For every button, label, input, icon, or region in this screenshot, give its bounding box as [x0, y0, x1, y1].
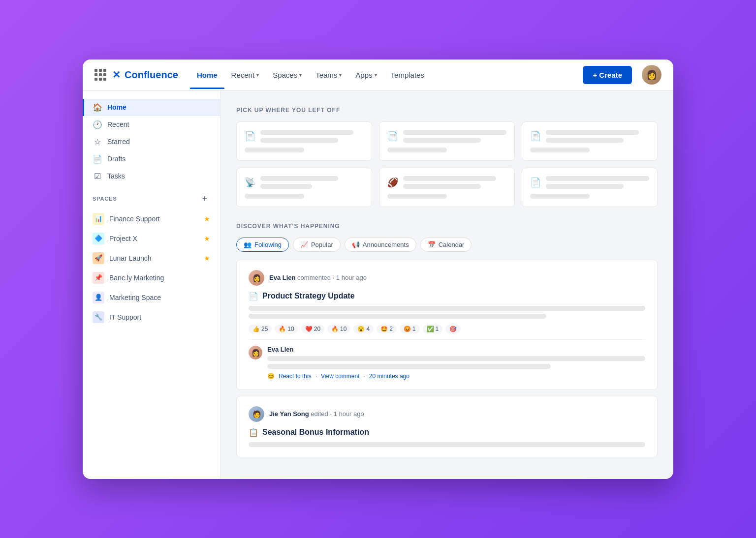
doc-icon: 📄 — [249, 292, 258, 301]
reaction-thumbsup[interactable]: 👍25 — [249, 325, 272, 333]
chart-icon: 📈 — [300, 241, 308, 248]
add-space-button[interactable]: + — [199, 193, 210, 205]
lunar-space-icon: 🚀 — [93, 252, 104, 264]
view-comment-link[interactable]: View comment — [321, 373, 359, 380]
sidebar-item-bancly[interactable]: 📌 Banc.ly Marketing — [83, 268, 220, 288]
calendar-icon: 📅 — [428, 241, 436, 248]
main-nav: Home Recent ▾ Spaces ▾ Teams ▾ Apps ▾ Te… — [190, 61, 583, 89]
sidebar-item-starred[interactable]: ☆ Starred — [83, 133, 220, 150]
create-button[interactable]: + Create — [583, 66, 632, 84]
nav-teams[interactable]: Teams ▾ — [309, 61, 348, 89]
filter-announcements[interactable]: 📢 Announcements — [345, 238, 416, 252]
sidebar-item-project-x[interactable]: 🔷 Project X ★ — [83, 229, 220, 248]
reaction-wow[interactable]: 😮4 — [353, 325, 374, 333]
recent-card[interactable]: 📡 — [236, 168, 372, 207]
reaction-fire2[interactable]: 🔥10 — [327, 325, 350, 333]
megaphone-icon: 📢 — [352, 241, 360, 248]
recent-card[interactable]: 📄 — [522, 121, 658, 161]
doc-icon: 📄 — [387, 131, 398, 142]
doc-icon: 📄 — [530, 177, 541, 188]
recent-card[interactable]: 🏈 — [379, 168, 515, 207]
activity-card-2: 🧑 Jie Yan Song edited · 1 hour ago 📋 Sea… — [236, 396, 658, 457]
filter-tabs: 👥 Following 📈 Popular 📢 Announcements 📅 … — [236, 238, 658, 252]
comment-footer: 😊 React to this · View comment · 20 minu… — [267, 373, 645, 380]
filter-popular[interactable]: 📈 Popular — [293, 238, 341, 252]
recent-cards-grid: 📄 📄 — [236, 121, 658, 207]
home-icon: 🏠 — [93, 103, 102, 112]
activity-header: 🧑 Jie Yan Song edited · 1 hour ago — [249, 406, 645, 422]
chevron-down-icon: ▾ — [375, 72, 377, 78]
bancly-space-icon: 📌 — [93, 272, 104, 284]
doc-icon: 📄 — [245, 131, 255, 142]
react-to-this-link[interactable]: React to this — [279, 373, 312, 380]
reaction-angry[interactable]: 😡1 — [400, 325, 420, 333]
recent-card[interactable]: 📄 — [379, 121, 515, 161]
comment-row: 👩 Eva Lien 😊 React to this · View commen… — [249, 346, 645, 380]
nav-recent[interactable]: Recent ▾ — [224, 61, 266, 89]
sidebar-item-it-support[interactable]: 🔧 IT Support — [83, 307, 220, 327]
it-support-space-icon: 🔧 — [93, 311, 104, 323]
tasks-icon: ☑ — [93, 172, 102, 181]
pick-up-title: PICK UP WHERE YOU LEFT OFF — [236, 107, 658, 114]
reaction-heart[interactable]: ❤️20 — [301, 325, 324, 333]
draft-icon: 📄 — [93, 154, 102, 164]
activity-doc-title[interactable]: 📄 Product Strategy Update — [249, 292, 645, 301]
doc-icon: 📄 — [530, 131, 541, 142]
apps-grid-icon[interactable] — [94, 69, 106, 81]
card-content — [260, 130, 364, 143]
nav-templates[interactable]: Templates — [384, 61, 431, 89]
comment-time: 20 minutes ago — [369, 373, 410, 380]
reaction-target[interactable]: 🎯 — [445, 325, 461, 333]
activity-shimmer — [249, 306, 645, 319]
card-content — [403, 130, 506, 143]
activity-card-1: 👩 Eva Lien commented · 1 hour ago 📄 Prod… — [236, 260, 658, 390]
starred-icon: ★ — [204, 235, 210, 242]
nav-spaces[interactable]: Spaces ▾ — [266, 61, 309, 89]
finance-space-icon: 📊 — [93, 213, 104, 225]
recent-card[interactable]: 📄 — [522, 168, 658, 207]
card-content — [546, 130, 649, 143]
recent-card[interactable]: 📄 — [236, 121, 372, 161]
sidebar-item-lunar[interactable]: 🚀 Lunar Launch ★ — [83, 248, 220, 268]
reaction-star-eyes[interactable]: 🤩2 — [377, 325, 397, 333]
nav-apps[interactable]: Apps ▾ — [348, 61, 383, 89]
user-avatar[interactable]: 👩 — [642, 65, 662, 85]
filter-calendar[interactable]: 📅 Calendar — [420, 238, 472, 252]
chevron-down-icon: ▾ — [299, 72, 302, 78]
nav-home[interactable]: Home — [190, 61, 224, 89]
sidebar-item-tasks[interactable]: ☑ Tasks — [83, 168, 220, 185]
discover-title: DISCOVER WHAT'S HAPPENING — [236, 223, 658, 230]
following-icon: 👥 — [244, 241, 252, 248]
app-window: ✕ Confluence Home Recent ▾ Spaces ▾ Team… — [83, 60, 673, 479]
logo[interactable]: ✕ Confluence — [112, 69, 178, 81]
react-icon: 😊 — [267, 373, 275, 380]
activity-header: 👩 Eva Lien commented · 1 hour ago — [249, 270, 645, 286]
starred-icon: ★ — [204, 215, 210, 223]
activity-meta: Jie Yan Song edited · 1 hour ago — [269, 410, 364, 418]
reaction-fire[interactable]: 🔥10 — [275, 325, 298, 333]
comment-section: 👩 Eva Lien 😊 React to this · View commen… — [249, 339, 645, 380]
activity-meta: Eva Lien commented · 1 hour ago — [269, 274, 367, 281]
logo-text: Confluence — [125, 69, 178, 81]
sidebar-item-finance[interactable]: 📊 Finance Support ★ — [83, 209, 220, 229]
logo-x-icon: ✕ — [112, 69, 121, 81]
comment-body: Eva Lien 😊 React to this · View comment … — [267, 346, 645, 380]
football-icon: 🏈 — [387, 177, 398, 188]
main-layout: 🏠 Home 🕐 Recent ☆ Starred 📄 Drafts ☑ Tas… — [83, 91, 673, 479]
marketing-space-icon: 👤 — [93, 292, 104, 303]
chevron-down-icon: ▾ — [339, 72, 342, 78]
filter-following[interactable]: 👥 Following — [236, 238, 289, 252]
chevron-down-icon: ▾ — [256, 72, 259, 78]
topbar: ✕ Confluence Home Recent ▾ Spaces ▾ Team… — [83, 60, 673, 91]
reaction-check[interactable]: ✅1 — [423, 325, 443, 333]
sidebar-item-marketing[interactable]: 👤 Marketing Space — [83, 288, 220, 307]
activity-avatar: 👩 — [249, 270, 264, 286]
activity-doc-title[interactable]: 📋 Seasonal Bonus Information — [249, 428, 645, 437]
sidebar-item-home[interactable]: 🏠 Home — [83, 99, 220, 116]
sidebar-item-drafts[interactable]: 📄 Drafts — [83, 150, 220, 168]
activity-avatar: 🧑 — [249, 406, 264, 422]
avatar-image: 👩 — [642, 65, 662, 85]
topbar-left: ✕ Confluence — [94, 69, 178, 81]
card-content — [546, 176, 649, 189]
sidebar-item-recent[interactable]: 🕐 Recent — [83, 116, 220, 133]
